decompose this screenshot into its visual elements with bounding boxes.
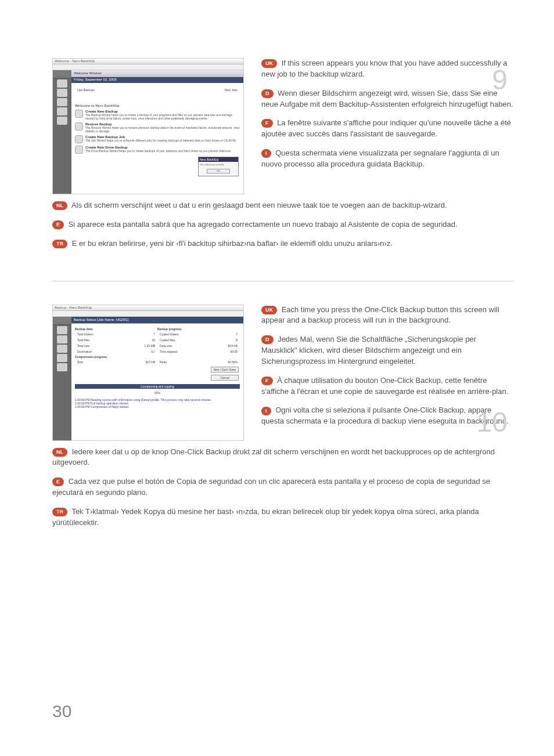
ss2-title: Backup - Nero BackItUp xyxy=(53,305,243,311)
s9-d: D Wenn dieser Bildschirm angezeigt wird,… xyxy=(261,88,513,110)
s9-i-text: Questa schermata viene visualizzata per … xyxy=(261,149,499,168)
ss2-progress-label: Compressing and copying xyxy=(75,384,240,389)
badge-d: D xyxy=(261,89,274,98)
badge-e: E xyxy=(52,220,64,229)
ss1-popup-body: Job added successfully xyxy=(199,162,238,167)
s10-tr-text: Tek T›klatmal› Yedek Kopya dü mesine her… xyxy=(52,507,479,527)
ss1-popup-title: Nero BackItUp xyxy=(199,157,238,162)
ss2-ts-l: Total size: xyxy=(76,343,123,348)
ss2-btn-new: New / Don't Save xyxy=(211,367,239,372)
ss2-cfi-v: 8 xyxy=(211,338,239,342)
ss2-dst-l: Destination: xyxy=(76,349,123,354)
ss2-tfi-v: 10 xyxy=(124,338,156,342)
page-footer-number: 30 xyxy=(52,701,71,721)
s9-uk: UK If this screen appears you know that … xyxy=(261,58,513,80)
s9-f: F La fenêtre suivante s'affiche pour ind… xyxy=(261,118,513,140)
s10-i-text: Ogni volta che si seleziona il pulsante … xyxy=(261,406,509,425)
ss1-toolbar xyxy=(53,64,243,70)
badge-d-2: D xyxy=(261,335,274,344)
ss2-rt-l: Ratio: xyxy=(159,360,194,364)
ss2-te-v: 00:05 xyxy=(211,349,239,354)
ss2-log3: 1:00:06 PM Compression of file[s] starte… xyxy=(75,405,240,408)
ss1-popup-ok: OK xyxy=(207,169,230,173)
ss2-rt-v: 34.56% xyxy=(195,360,239,364)
badge-i: I xyxy=(261,149,271,158)
ss1-col-last: Last Backups xyxy=(76,88,167,92)
badge-uk: UK xyxy=(261,59,277,68)
ss1-header: Welcome Window xyxy=(71,70,243,77)
ss2-sz-l: Size: xyxy=(76,360,110,364)
s9-f-text: La fenêtre suivante s'affiche pour indiq… xyxy=(261,118,511,138)
ss2-tfi-l: Total files: xyxy=(76,338,123,342)
badge-e-2: E xyxy=(52,478,64,486)
ss2-bd: Backup data: xyxy=(75,327,93,331)
s10-nl: NL Iedere keer dat u op de knop One-Clic… xyxy=(52,447,513,469)
badge-nl-2: NL xyxy=(52,448,67,457)
s10-i: I Ogni volta che si seleziona il pulsant… xyxy=(261,405,513,427)
ss2-cf-v: 7 xyxy=(211,332,239,337)
s9-d-text: Wenn dieser Bildschirm angezeigt wird, w… xyxy=(261,89,513,108)
ss1-content: Last Backups Next Jobs Welcome to Nero B… xyxy=(71,83,243,194)
ss1-date: Friday, September 02, 2005 xyxy=(71,77,243,83)
s10-nl-text: Iedere keer dat u op de knop One-Click B… xyxy=(52,447,495,467)
ss2-dst-v: G:\ xyxy=(124,349,156,354)
ss2-ts-v: 1.23 MB xyxy=(124,343,156,348)
s10-uk: UK Each time you press the One-Click Bac… xyxy=(261,305,513,327)
ss1-r3d: The Job Wizard helps you to schedule dif… xyxy=(85,139,236,142)
step-number-10: 10 xyxy=(477,406,508,438)
ss2-ds-v: 824 KB xyxy=(211,343,239,348)
ss2-pct: 60% xyxy=(75,391,240,395)
ss2-sz-v: 567 KB xyxy=(111,360,156,364)
ss1-title: Welcome - Nero BackItUp xyxy=(53,59,243,64)
s10-f-text: À chaque utilisation du bouton One-Click… xyxy=(261,376,508,396)
screenshot-backup: Backup - Nero BackItUp Backup Status [Jo… xyxy=(52,305,244,441)
s10-d-text: Jedes Mal, wenn Sie die Schaltfläche „Si… xyxy=(261,335,476,366)
s10-tr: TR Tek T›klatmal› Yedek Kopya dü mesine … xyxy=(52,507,513,529)
s9-nl-text: Als dit scherm verschijnt weet u dat u e… xyxy=(71,201,447,209)
badge-tr-2: TR xyxy=(52,508,67,516)
step-number-9: 9 xyxy=(492,64,508,96)
ss2-toolbar xyxy=(53,311,243,317)
s9-i: I Questa schermata viene visualizzata pe… xyxy=(261,148,513,170)
s9-e: E Si aparece esta pantalla sabrá que ha … xyxy=(52,219,513,230)
s10-e-text: Cada vez que pulse el botón de Copia de … xyxy=(52,477,490,497)
ss2-tf-l: Total folders: xyxy=(76,332,123,337)
badge-tr: TR xyxy=(52,240,67,248)
ss1-r4d: The Drive Backup Wizard helps you to cre… xyxy=(85,149,232,153)
s10-f: F À chaque utilisation du bouton One-Cli… xyxy=(261,375,513,397)
ss1-r1d: The Backup Wizard helps you to create a … xyxy=(85,113,232,120)
s9-tr-text: E er bu ekran belirirse, yeni bir ‹fl'i … xyxy=(72,239,393,248)
ss1-r2d: The Restore Wizard helps you to restore … xyxy=(85,126,240,133)
s10-e: E Cada vez que pulse el botón de Copia d… xyxy=(52,476,513,498)
ss2-te-l: Time elapsed: xyxy=(159,349,210,354)
s9-nl: NL Als dit scherm verschijnt weet u dat … xyxy=(52,200,513,211)
ss2-btn-cancel: Cancel xyxy=(211,375,239,381)
ss2-content: Backup data: Total folders:7 Total files… xyxy=(71,324,243,440)
ss2-progress: Compressing and copying xyxy=(75,384,240,389)
badge-f: F xyxy=(261,119,273,128)
screenshot-welcome: Welcome - Nero BackItUp Welcome Window F… xyxy=(52,58,244,194)
badge-f-2: F xyxy=(261,377,273,385)
ss1-popup: Nero BackItUp Job added successfully OK xyxy=(198,157,239,176)
ss1-col-next: Next Jobs xyxy=(168,88,239,92)
s9-e-text: Si aparece esta pantalla sabrá que ha ag… xyxy=(69,220,458,229)
ss1-sidebar xyxy=(53,70,71,194)
ss2-sidebar xyxy=(53,317,71,440)
badge-i-2: I xyxy=(261,407,271,415)
ss1-welcome: Welcome to Nero BackItUp xyxy=(75,104,120,107)
ss2-tf-v: 7 xyxy=(124,332,156,337)
ss2-cfi-l: Copied files: xyxy=(159,338,210,342)
ss2-header: Backup Status [Job Name: HS25G] xyxy=(71,317,243,324)
ss2-bp: Backup progress: xyxy=(157,327,182,331)
section-divider xyxy=(52,281,513,281)
s10-d: D Jedes Mal, wenn Sie die Schaltfläche „… xyxy=(261,334,513,367)
ss2-cf-l: Copied folders: xyxy=(159,332,210,337)
section-9: Welcome - Nero BackItUp Welcome Window F… xyxy=(52,58,513,258)
ss2-ds-l: Data size: xyxy=(159,343,210,348)
s9-uk-text: If this screen appears you know that you… xyxy=(261,59,507,78)
badge-uk-2: UK xyxy=(261,306,277,314)
section-10: Backup - Nero BackItUp Backup Status [Jo… xyxy=(52,305,513,537)
badge-nl: NL xyxy=(52,201,67,210)
s10-uk-text: Each time you press the One-Click Backup… xyxy=(261,305,499,325)
ss2-cp: Compression progress: xyxy=(75,355,107,359)
